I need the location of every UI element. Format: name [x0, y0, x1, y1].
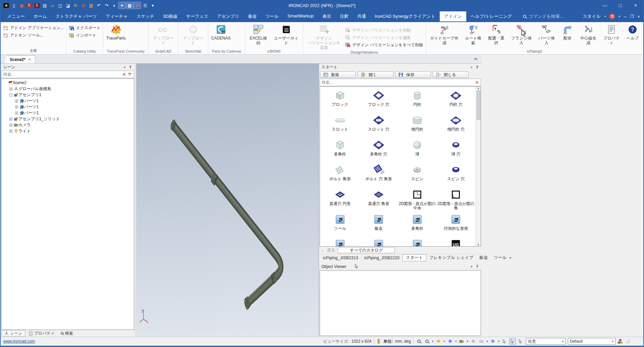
qat-overflow-icon[interactable]: ▾: [149, 2, 156, 9]
all-catalogs-button[interactable]: すべてのカタログ: [338, 247, 395, 253]
catalog-item-0[interactable]: ブロック: [321, 88, 359, 113]
ribbon-tab-16[interactable]: ヘルプ/トレーニング: [466, 11, 516, 21]
catalog-item-24[interactable]: [321, 237, 359, 246]
tree-node-0[interactable]: Scene2: [3, 80, 134, 86]
catalog-item-21[interactable]: 板金: [359, 212, 398, 237]
catalog-item-25[interactable]: [359, 237, 398, 246]
smart-render-icon[interactable]: ✦: [118, 2, 125, 9]
catalog-item-23[interactable]: 付加的な形状: [437, 212, 475, 237]
glasses-icon[interactable]: 6d: [478, 338, 484, 344]
zoom-in-icon[interactable]: [416, 338, 422, 344]
tree-node-label[interactable]: Scene2: [13, 80, 26, 85]
pipe-model[interactable]: [170, 118, 281, 311]
tree-node-label[interactable]: アセンブリ1_ソリッド: [18, 116, 60, 122]
ribbon-tab-1[interactable]: ホーム: [29, 11, 51, 21]
ribbon-minimize-button[interactable]: –: [624, 14, 627, 19]
ribbon-tab-13[interactable]: 共通: [353, 11, 370, 21]
export-sheet-icon[interactable]: E: [34, 2, 41, 9]
catalog-item-19[interactable]: 2D図形 - 原点が図の角: [437, 187, 475, 212]
catalog-tab-overflow-icon[interactable]: ▾: [509, 256, 513, 260]
ribbon-tab-7[interactable]: アセンブリ: [213, 11, 244, 21]
expand-icon[interactable]: +: [15, 99, 18, 102]
shaded-cube-icon[interactable]: [490, 338, 496, 344]
undo-icon[interactable]: ↶: [95, 2, 102, 9]
clear-search-icon[interactable]: ✕: [475, 80, 479, 85]
tree-node-label[interactable]: パーツ1: [24, 98, 39, 104]
catalog-item-26[interactable]: [398, 237, 437, 246]
pin-icon[interactable]: [128, 65, 132, 69]
redo-icon[interactable]: ↷: [103, 2, 110, 9]
refresh-icon[interactable]: ↻: [72, 2, 79, 9]
scene-panel-menu-icon[interactable]: ▾: [124, 66, 125, 69]
catalog-tab-2[interactable]: スタート: [402, 254, 426, 261]
export-drawing-icon[interactable]: E: [26, 2, 33, 9]
command-search[interactable]: コマンドを検索...: [523, 13, 563, 19]
ribbon-tab-10[interactable]: SmartMarkup: [283, 11, 318, 21]
window-mode-icon[interactable]: ▦: [126, 2, 133, 9]
catalog-item-1[interactable]: ブロック 穴: [359, 88, 398, 113]
ribbon-tab-2[interactable]: ストラクチャ パーツ: [51, 11, 101, 21]
ribbon-close-button[interactable]: ×: [637, 14, 640, 19]
ribbon-button-8-5[interactable]: 配管: [558, 23, 577, 41]
tree-node-label[interactable]: ライト: [18, 128, 31, 134]
ribbon-tab-3[interactable]: フィーチャ: [101, 11, 132, 21]
render-style-combo[interactable]: Default ▾: [568, 338, 615, 345]
catalog-tab-4[interactable]: 板金: [476, 254, 491, 261]
catalog-item-16[interactable]: 貫通穴 円形: [321, 187, 359, 212]
panel-tab-2[interactable]: 検索: [58, 330, 75, 336]
catalog-new-button[interactable]: 新規: [320, 71, 356, 78]
catalog-item-9[interactable]: 多角柱 穴: [359, 138, 398, 162]
ribbon-restore-icon[interactable]: ❐: [630, 14, 634, 19]
object-viewer-menu-icon[interactable]: ▾: [471, 265, 472, 268]
ribbon-button-8-6[interactable]: 中心線生成: [577, 23, 600, 46]
ironcad-link[interactable]: www.ironcad.com: [3, 339, 35, 344]
pointer-save-icon[interactable]: [501, 338, 507, 344]
clear-search-icon[interactable]: ✕: [122, 72, 126, 77]
ribbon-button-8-4[interactable]: パーツ挿入: [535, 23, 558, 46]
ribbon-button-0-0[interactable]: アドイン アプリケーション...: [3, 25, 64, 31]
ribbon-button-6-0[interactable]: EXCEL接続: [246, 23, 270, 46]
catalog-browser-icon[interactable]: ▤: [88, 2, 95, 9]
ribbon-button-7-3[interactable]: デザイン バリエーションをすべて削除: [345, 42, 423, 48]
tree-node-label[interactable]: カメラ: [18, 122, 31, 128]
ribbon-collapse-icon[interactable]: [474, 58, 478, 61]
ribbon-button-5-0[interactable]: CADENAS: [209, 23, 233, 41]
tree-node-label[interactable]: パーツ1: [24, 110, 39, 116]
view-caret-icon[interactable]: ▾: [443, 340, 445, 343]
ribbon-tab-8[interactable]: 板金: [244, 11, 261, 21]
catalog-item-20[interactable]: ツール: [321, 212, 359, 237]
selection-filter-combo[interactable]: 任意 ▾: [526, 338, 566, 345]
nav-caret-icon[interactable]: ▾: [455, 340, 457, 343]
ribbon-tab-4[interactable]: スケッチ: [132, 11, 159, 21]
glasses-caret-icon[interactable]: ▾: [486, 340, 488, 343]
catalog-item-5[interactable]: スロット 穴: [359, 113, 398, 138]
catalog-scrollbar[interactable]: ▲ ▼: [476, 87, 481, 246]
tree-node-5[interactable]: +パーツ1: [3, 110, 134, 116]
ribbon-tab-9[interactable]: ツール: [261, 11, 283, 21]
camera-view-icon[interactable]: [459, 338, 465, 344]
catalog-search-input[interactable]: 検索... ✕: [320, 79, 481, 86]
catalog-tab-5[interactable]: ツール: [491, 254, 509, 261]
3d-viewport[interactable]: Z: [136, 64, 319, 337]
view-cube-yellow-icon[interactable]: [435, 338, 441, 344]
zoom-options-caret-icon[interactable]: ▾: [432, 340, 434, 343]
zoom-out-icon[interactable]: [424, 338, 430, 344]
ribbon-button-7-0[interactable]: デザイン バリエーションを追加: [304, 23, 344, 50]
pin-icon[interactable]: [475, 265, 479, 269]
add-part-icon[interactable]: ⊞: [80, 2, 87, 9]
expand-icon[interactable]: +: [9, 118, 12, 121]
ribbon-tab-14[interactable]: IronCAD Synergyクライアント: [370, 11, 440, 21]
camera-caret-icon[interactable]: ▾: [467, 340, 468, 343]
tree-node-label[interactable]: グローバル座標系: [18, 86, 51, 92]
tree-node-1[interactable]: +グローバル座標系: [3, 86, 134, 92]
tree-node-8[interactable]: +ライト: [3, 128, 134, 134]
catalog-item-7[interactable]: 楕円柱 穴: [437, 113, 475, 138]
ribbon-button-8-2[interactable]: 配置・選択: [485, 23, 508, 46]
panel-tab-0[interactable]: シーン: [2, 330, 25, 336]
ribbon-button-8-8[interactable]: ヘルプ: [623, 23, 642, 41]
expand-icon[interactable]: +: [15, 112, 18, 115]
sphere-render-icon[interactable]: ●: [111, 2, 118, 9]
catalog-item-18[interactable]: 2D図形 - 原点が図の中央: [398, 187, 437, 212]
tree-node-3[interactable]: +パーツ1: [3, 98, 134, 104]
ribbon-button-4-0[interactable]: アップロード: [179, 23, 207, 46]
